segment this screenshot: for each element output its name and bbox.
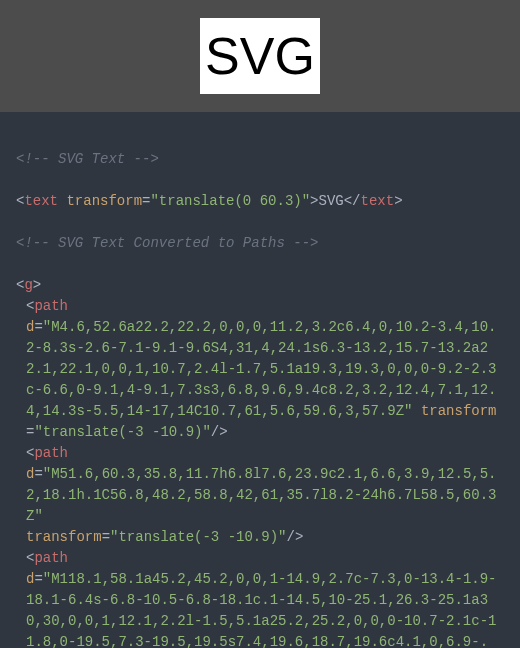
comment-svg-text: <!-- SVG Text --> xyxy=(16,151,159,167)
comment-svg-paths: <!-- SVG Text Converted to Paths --> xyxy=(16,235,318,251)
output-stage: SVG xyxy=(0,0,520,112)
code-line-g-open: <g> xyxy=(16,275,504,296)
code-line-path2: <path xyxy=(16,443,504,464)
svg-rendered-box: SVG xyxy=(200,18,320,94)
code-line-text-element: <text transform="translate(0 60.3)">SVG<… xyxy=(16,191,504,212)
svg-rendered-text: SVG xyxy=(205,30,315,82)
code-line-path3: <path xyxy=(16,548,504,569)
code-block: <!-- SVG Text --> <text transform="trans… xyxy=(0,112,520,648)
code-line-path1: <path xyxy=(16,296,504,317)
code-line-path3-attrs: d="M118.1,58.1a45.2,45.2,0,0,1-14.9,2.7c… xyxy=(16,569,504,648)
code-line-path1-attrs: d="M4.6,52.6a22.2,22.2,0,0,0,11.2,3.2c6.… xyxy=(16,317,504,443)
code-line-path2-transform: transform="translate(-3 -10.9)"/> xyxy=(16,527,504,548)
code-line-path2-attrs: d="M51.6,60.3,35.8,11.7h6.8l7.6,23.9c2.1… xyxy=(16,464,504,527)
